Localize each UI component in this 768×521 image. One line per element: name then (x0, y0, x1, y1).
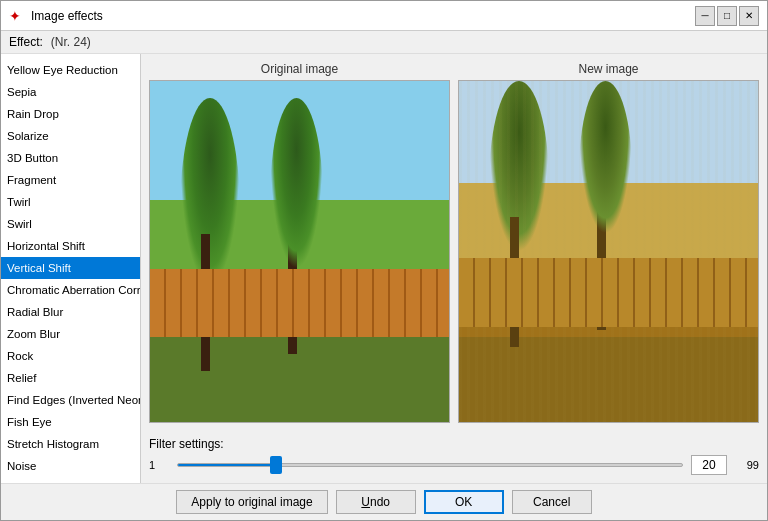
effect-list-item[interactable]: 3D Button (1, 147, 140, 169)
effect-label: Effect: (9, 35, 43, 49)
original-image (150, 81, 449, 422)
app-icon: ✦ (9, 8, 25, 24)
effect-list-item[interactable]: Zoom Blur (1, 323, 140, 345)
images-row (149, 80, 759, 423)
effect-list-item[interactable]: Twirl (1, 191, 140, 213)
window-title: Image effects (31, 9, 103, 23)
new-image (459, 81, 758, 422)
effect-list-item[interactable]: Radial Blur (1, 301, 140, 323)
close-button[interactable]: ✕ (739, 6, 759, 26)
effect-list-item[interactable]: Stretch Histogram (1, 433, 140, 455)
effect-list-item[interactable]: Chromatic Aberration Correction (1, 279, 140, 301)
image-panels: Original image New image (141, 54, 767, 431)
window-controls: ─ □ ✕ (695, 6, 759, 26)
new-image-box (458, 80, 759, 423)
effect-list-item[interactable]: Rock (1, 345, 140, 367)
main-content: BlurGaussian BlurFast Gaussian BlurBlur … (1, 54, 767, 483)
effect-list-item[interactable]: Find Edges (Inverted Neon edge) (1, 389, 140, 411)
minimize-button[interactable]: ─ (695, 6, 715, 26)
effect-value: (Nr. 24) (51, 35, 91, 49)
filter-settings-label: Filter settings: (149, 437, 759, 451)
filter-settings-panel: Filter settings: 1 20 99 (141, 431, 767, 483)
ok-button[interactable]: OK (424, 490, 504, 514)
slider-fill (178, 464, 276, 466)
effect-list-item[interactable]: Fish Eye (1, 411, 140, 433)
slider-track[interactable] (177, 463, 683, 467)
main-window: ✦ Image effects ─ □ ✕ Effect: (Nr. 24) B… (0, 0, 768, 521)
effect-list-item[interactable]: Yellow Eye Reduction (1, 59, 140, 81)
effect-list-item[interactable]: Relief (1, 367, 140, 389)
maximize-button[interactable]: □ (717, 6, 737, 26)
image-headers: Original image New image (149, 62, 759, 76)
filter-min-value: 1 (149, 459, 169, 471)
filter-max-value: 99 (735, 459, 759, 471)
effect-list-item[interactable]: Rain Drop (1, 103, 140, 125)
slider-container[interactable] (177, 455, 683, 475)
effect-list-item[interactable]: Noise (1, 455, 140, 477)
filter-value-input[interactable]: 20 (691, 455, 727, 475)
effect-list-item[interactable]: Solarize (1, 125, 140, 147)
effect-row: Effect: (Nr. 24) (1, 31, 767, 54)
effect-list-item[interactable]: Swirl (1, 213, 140, 235)
original-image-header: Original image (149, 62, 450, 76)
effect-list-item[interactable]: Vertical Shift (1, 257, 140, 279)
apply-button[interactable]: Apply to original image (176, 490, 327, 514)
effect-list-item[interactable]: Horizontal Shift (1, 235, 140, 257)
effect-list-item[interactable]: Sepia (1, 81, 140, 103)
effect-list-panel[interactable]: BlurGaussian BlurFast Gaussian BlurBlur … (1, 54, 141, 483)
title-bar: ✦ Image effects ─ □ ✕ (1, 1, 767, 31)
new-image-header: New image (458, 62, 759, 76)
slider-thumb[interactable] (270, 456, 282, 474)
buttons-row: Apply to original image Undo OK Cancel (1, 483, 767, 520)
undo-button[interactable]: Undo (336, 490, 416, 514)
filter-row: 1 20 99 (149, 455, 759, 475)
original-image-box (149, 80, 450, 423)
cancel-button[interactable]: Cancel (512, 490, 592, 514)
title-bar-left: ✦ Image effects (9, 8, 103, 24)
effect-list-item[interactable]: Fragment (1, 169, 140, 191)
